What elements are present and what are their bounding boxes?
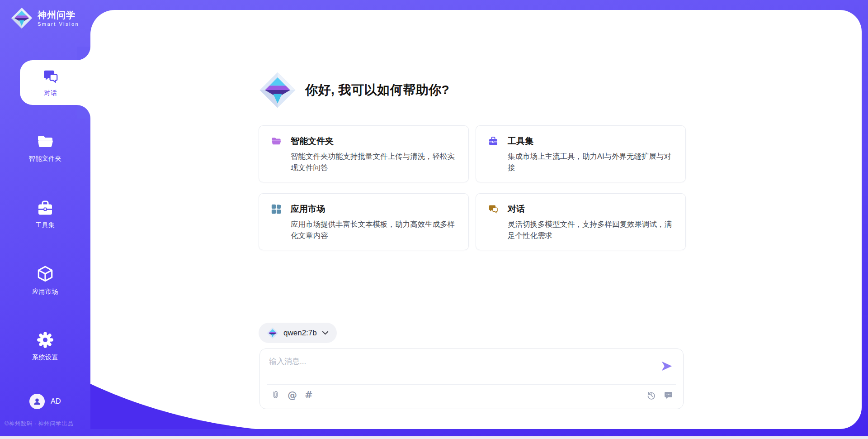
card-title: 对话 <box>508 203 525 215</box>
sidebar-item-settings[interactable]: 系统设置 <box>0 330 90 362</box>
composer-toolbar: @ # <box>271 390 673 401</box>
brand: 神州问学 Smart Vision <box>11 7 90 29</box>
sidebar-item-smart-folder[interactable]: 智能文件夹 <box>0 133 90 163</box>
sidebar-item-app-market[interactable]: 应用市场 <box>0 265 90 296</box>
message-composer: @ # <box>259 348 684 409</box>
folder-icon <box>36 133 55 151</box>
hashtag-button[interactable]: # <box>305 391 313 400</box>
person-icon <box>32 396 42 406</box>
chat-icon <box>488 204 499 215</box>
greeting-title: 你好, 我可以如何帮助你? <box>305 81 449 99</box>
attach-file-button[interactable] <box>271 390 280 401</box>
card-toolset[interactable]: 工具集 集成市场上主流工具，助力AI与外界无缝扩展与对接 <box>476 125 686 182</box>
model-name: qwen2:7b <box>283 329 317 338</box>
sidebar-item-label: 智能文件夹 <box>29 155 62 163</box>
folder-icon <box>271 136 282 147</box>
send-button[interactable] <box>660 360 673 372</box>
brand-tagline: Smart Vision <box>38 21 79 27</box>
user-initials: AD <box>51 397 61 406</box>
active-tab-fillet-top <box>77 47 90 60</box>
toolbox-icon <box>36 199 55 217</box>
cube-icon <box>36 265 55 284</box>
sidebar-item-toolset[interactable]: 工具集 <box>0 199 90 229</box>
grid-icon <box>271 204 282 215</box>
card-description: 集成市场上主流工具，助力AI与外界无缝扩展与对接 <box>508 151 676 173</box>
sidebar-item-label: 工具集 <box>35 221 55 229</box>
card-title: 应用市场 <box>291 203 325 215</box>
active-tab-fillet-bottom <box>77 105 90 119</box>
chat-icon <box>42 68 59 85</box>
sidebar-item-label: 应用市场 <box>32 288 58 296</box>
composer-divider <box>267 384 676 385</box>
sidebar-bottom-swoosh <box>90 384 255 429</box>
sidebar-item-label: 系统设置 <box>32 353 58 362</box>
conversation-button[interactable] <box>664 391 673 400</box>
card-description: 灵活切换多模型文件，支持多样回复效果调试，满足个性化需求 <box>508 219 676 241</box>
chevron-down-icon <box>322 329 329 336</box>
mention-button[interactable]: @ <box>288 391 297 400</box>
assistant-logo-icon <box>259 72 296 109</box>
sidebar-footer-text: ©神州数码 · 神州问学出品 <box>5 420 73 428</box>
brand-name: 神州问学 <box>38 10 79 20</box>
paperclip-icon <box>271 390 280 401</box>
sidebar-item-label: 对话 <box>44 89 57 97</box>
card-description: 应用市场提供丰富长文本模板，助力高效生成多样化文章内容 <box>291 219 459 241</box>
sidebar-item-chat[interactable]: 对话 <box>20 60 93 105</box>
model-selector[interactable]: qwen2:7b <box>259 323 337 343</box>
card-smart-folder[interactable]: 智能文件夹 智能文件夹功能支持批量文件上传与清洗，轻松实现文件问答 <box>259 125 469 182</box>
greeting-block: 你好, 我可以如何帮助你? <box>259 72 449 109</box>
card-description: 智能文件夹功能支持批量文件上传与清洗，轻松实现文件问答 <box>291 151 459 173</box>
history-clock-icon <box>646 391 656 400</box>
card-title: 智能文件夹 <box>291 135 334 147</box>
feature-cards: 智能文件夹 智能文件夹功能支持批量文件上传与清洗，轻松实现文件问答 工具集 集成… <box>259 125 686 250</box>
avatar <box>29 394 45 409</box>
message-input[interactable] <box>268 355 659 382</box>
card-app-market[interactable]: 应用市场 应用市场提供丰富长文本模板，助力高效生成多样化文章内容 <box>259 193 469 250</box>
chat-bubble-icon <box>664 391 673 400</box>
history-button[interactable] <box>646 391 656 400</box>
brand-logo-icon <box>11 7 33 29</box>
user-profile[interactable]: AD <box>0 394 90 409</box>
card-chat[interactable]: 对话 灵活切换多模型文件，支持多样回复效果调试，满足个性化需求 <box>476 193 686 250</box>
gear-icon <box>36 330 55 349</box>
model-logo-icon <box>267 327 278 339</box>
toolbox-icon <box>488 136 499 147</box>
page-bottom-strip <box>0 436 868 439</box>
card-title: 工具集 <box>508 135 533 147</box>
